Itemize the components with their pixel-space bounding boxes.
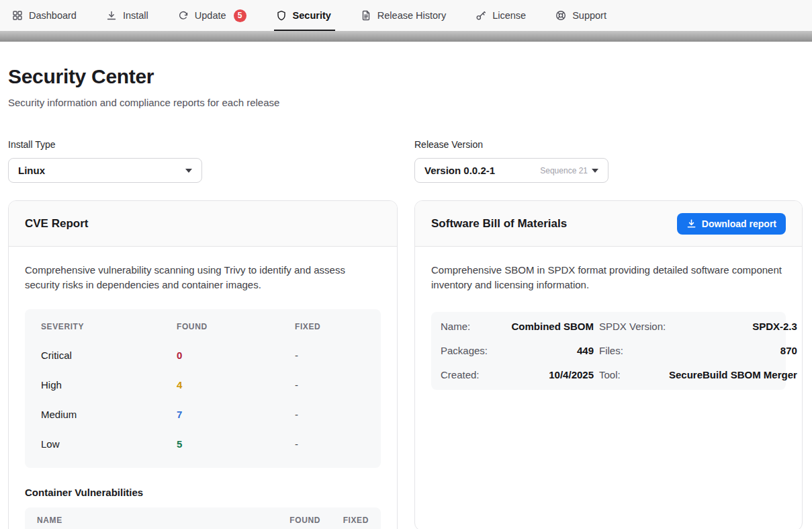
nav-label: Release History [377,10,446,21]
col-found: FOUND [263,516,320,525]
cards-row: CVE Report Comprehensive vulnerability s… [8,200,803,529]
sbom-tool-label: Tool: [599,363,664,387]
nav-label: Security [293,10,331,21]
filters-row: Install Type Linux Release Version Versi… [8,139,803,183]
sbom-name-label: Name: [441,315,488,339]
sbom-description: Comprehensive SBOM in SPDX format provid… [431,263,786,292]
severity-label: Low [41,438,177,450]
grid-icon [12,10,23,21]
found-count: 5 [177,438,295,450]
table-row-low: Low 5 - [41,429,365,458]
install-type-select[interactable]: Linux [8,158,202,183]
container-vulns-header: NAME FOUND FIXED [25,507,381,529]
nav-item-release-history[interactable]: Release History [361,0,446,31]
download-report-button[interactable]: Download report [677,213,786,235]
fixed-count: - [295,379,365,391]
nav-label: License [492,10,526,21]
col-name: NAME [37,516,263,525]
sbom-files-value: 870 [669,339,797,363]
release-version-select[interactable]: Version 0.0.2-1 Sequence 21 [414,158,608,183]
release-version-value: Version 0.0.2-1 [424,165,495,176]
cve-report-card: CVE Report Comprehensive vulnerability s… [8,200,398,529]
download-icon [686,218,696,229]
nav-label: Install [123,10,148,21]
container-vulns-title: Container Vulnerabilities [25,487,381,498]
sequence-hint: Sequence 21 [540,166,588,175]
sbom-card-title: Software Bill of Materials [431,217,567,231]
nav-item-dashboard[interactable]: Dashboard [12,0,77,31]
chevron-down-icon [592,169,598,173]
col-found: FOUND [177,322,295,331]
found-count: 4 [177,379,295,391]
key-icon [476,10,486,21]
sbom-card-body: Comprehensive SBOM in SPDX format provid… [415,247,802,406]
severity-table: SEVERITY FOUND FIXED Critical 0 - High 4… [25,309,381,468]
nav-item-update[interactable]: Update 5 [178,0,246,31]
table-row-critical: Critical 0 - [41,340,365,370]
fixed-count: - [295,409,365,420]
cve-card-body: Comprehensive vulnerability scanning usi… [9,247,397,529]
found-count: 0 [177,350,295,361]
nav-item-license[interactable]: License [476,0,526,31]
sbom-packages-value: 449 [493,339,594,363]
cve-description: Comprehensive vulnerability scanning usi… [25,263,381,292]
page-subtitle: Security information and compliance repo… [8,97,803,108]
sbom-created-value: 10/4/2025 [493,363,594,387]
found-count: 7 [177,409,295,420]
nav-item-support[interactable]: Support [555,0,606,31]
download-icon [106,10,117,21]
sbom-info-grid: Name: Combined SBOM SPDX Version: SPDX-2… [431,312,786,390]
severity-table-header: SEVERITY FOUND FIXED [41,313,365,340]
nav-item-install[interactable]: Install [106,0,148,31]
sbom-packages-label: Packages: [441,339,488,363]
table-row-medium: Medium 7 - [41,399,365,429]
sbom-card-header: Software Bill of Materials Download repo… [415,201,802,247]
fixed-count: - [295,350,365,361]
install-type-value: Linux [18,165,45,176]
nav-label: Support [572,10,606,21]
file-icon [361,10,371,21]
col-fixed: FIXED [295,322,365,331]
install-type-field: Install Type Linux [8,139,398,183]
release-version-field: Release Version Version 0.0.2-1 Sequence… [414,139,803,183]
sbom-tool-value: SecureBuild SBOM Merger [669,363,797,387]
chevron-down-icon [185,169,192,173]
sbom-card: Software Bill of Materials Download repo… [414,200,803,529]
sbom-spdx-value: SPDX-2.3 [669,315,797,339]
refresh-icon [178,10,189,21]
fixed-count: - [295,438,365,450]
sbom-files-label: Files: [599,339,664,363]
sbom-name-value: Combined SBOM [493,315,594,339]
nav-item-security[interactable]: Security [276,0,331,31]
lifebuoy-icon [555,10,566,21]
release-version-label: Release Version [414,139,803,150]
nav-label: Dashboard [29,10,77,21]
table-row-high: High 4 - [41,370,365,399]
sbom-spdx-label: SPDX Version: [599,315,664,339]
download-report-label: Download report [702,218,776,229]
sbom-created-label: Created: [441,363,488,387]
main-content: Security Center Security information and… [0,42,812,529]
severity-label: High [41,379,177,391]
col-severity: SEVERITY [41,322,177,331]
install-type-label: Install Type [8,139,398,150]
update-count-badge: 5 [234,9,246,22]
top-navigation: Dashboard Install Update 5 Security Rele… [0,0,812,31]
nav-label: Update [195,10,226,21]
shield-icon [276,10,287,21]
cve-card-header: CVE Report [9,201,397,247]
page-title: Security Center [8,65,803,88]
scroll-shadow-band [0,31,812,42]
severity-label: Medium [41,409,177,420]
cve-card-title: CVE Report [25,217,88,231]
severity-label: Critical [41,350,177,361]
col-fixed: FIXED [320,516,369,525]
